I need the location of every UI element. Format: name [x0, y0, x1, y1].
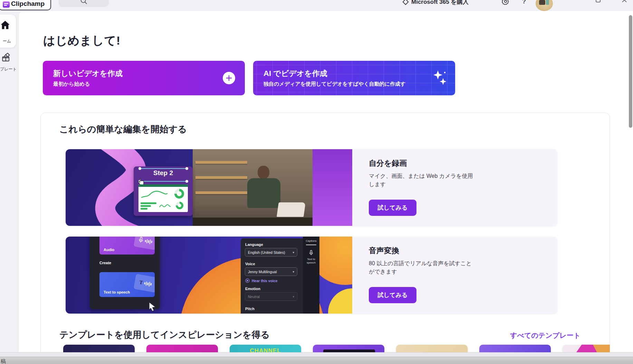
- mic-waveform-icon: [134, 237, 155, 250]
- audio-tile: Audio: [99, 237, 155, 255]
- templates-heading: テンプレートを使用してインスピレーションを得る: [59, 329, 270, 341]
- status-bar: 稿: [0, 357, 633, 364]
- quick-edits-heading: これらの簡単な編集を開始する: [59, 123, 187, 135]
- search-icon: [80, 0, 88, 6]
- create-new-video-card[interactable]: 新しいビデオを作成 最初から始める: [43, 61, 245, 95]
- dashboard-thumbnail: [138, 184, 188, 212]
- user-avatar[interactable]: [536, 0, 553, 11]
- language-label: Language: [245, 242, 263, 247]
- template-thumbnail[interactable]: [63, 345, 135, 352]
- template-thumbnail[interactable]: [313, 345, 384, 352]
- app-tab-label: Clipchamp: [11, 0, 45, 8]
- help-icon[interactable]: ?: [522, 0, 526, 5]
- language-dropdown[interactable]: English (United States)▾: [245, 248, 297, 257]
- close-window-icon[interactable]: [622, 0, 627, 4]
- maximize-window-icon[interactable]: [595, 0, 601, 4]
- buy-microsoft365-button[interactable]: Microsoft 365 を購入: [403, 0, 469, 6]
- voice-try-button[interactable]: 試してみる: [369, 287, 416, 303]
- create-new-video-title: 新しいビデオを作成: [53, 68, 123, 79]
- voice-settings-panel: Language English (United States)▾ Voice …: [241, 238, 303, 314]
- search-button[interactable]: [59, 0, 109, 7]
- quick-edit-card-voice[interactable]: Audio Create Text to speech T: [66, 237, 557, 314]
- plus-icon: [223, 72, 235, 84]
- captions-tab[interactable]: Captions: [303, 239, 319, 242]
- mouse-cursor-icon: [148, 301, 157, 313]
- sidebar-item-templates[interactable]: プレート: [0, 52, 19, 72]
- sidebar-templates-label: プレート: [0, 67, 17, 71]
- app-tab-clipchamp[interactable]: Clipchamp: [0, 0, 51, 10]
- create-ai-video-subtitle: 独自のメディアを使用してビデオをすばやく自動的に作成す: [263, 81, 426, 87]
- laptop-shape: [277, 202, 306, 217]
- hear-this-voice-link[interactable]: Hear this voice: [245, 278, 278, 283]
- step-tablet-overlay: Step 2: [134, 166, 193, 216]
- audio-tools-panel: Audio Create Text to speech T: [90, 237, 160, 309]
- voice-title: 音声変換: [369, 246, 399, 256]
- sidebar: ーム プレート: [0, 11, 19, 364]
- settings-gear-icon[interactable]: [501, 0, 510, 7]
- text-to-speech-tab-label[interactable]: Text to speech: [303, 258, 319, 265]
- create-ai-video-card[interactable]: AI でビデオを作成 独自のメディアを使用してビデオをすばやく自動的に作成す: [253, 61, 455, 95]
- thumbnail-screen-shape: [323, 349, 375, 352]
- vertical-scrollbar-thumb[interactable]: [629, 15, 632, 128]
- voice-label: Voice: [245, 262, 255, 266]
- text-waveform-icon: T: [134, 274, 155, 293]
- thumbnail-text: CHANNEL: [230, 347, 301, 352]
- purple-gradient-edge: [313, 149, 352, 226]
- emotion-dropdown[interactable]: Neutral▾: [245, 292, 297, 301]
- emotion-label: Emotion: [245, 287, 260, 291]
- clipchamp-logo-icon: [3, 1, 10, 8]
- text-to-speech-tile: Text to speech T: [99, 272, 155, 297]
- record-description: マイク、画面、または Web カメラを使用します: [369, 172, 476, 189]
- page-title: はじめまして!: [43, 33, 121, 49]
- record-preview-image: Step 2: [66, 149, 352, 226]
- microsoft365-diamond-icon: [402, 0, 409, 5]
- create-new-video-subtitle: 最初から始める: [53, 81, 215, 87]
- pitch-label: Pitch: [245, 307, 255, 311]
- sidebar-home-label: ーム: [0, 38, 16, 44]
- template-thumbnail[interactable]: [479, 345, 551, 352]
- step-label: Step 2: [134, 169, 193, 177]
- templates-icon: [1, 52, 19, 64]
- record-title: 自分を録画: [369, 158, 407, 169]
- template-thumbnail[interactable]: [396, 345, 468, 352]
- main-content: はじめまして! 新しいビデオを作成 最初から始める AI でビデオを作成 独自の…: [19, 11, 633, 352]
- record-try-button[interactable]: 試してみる: [369, 200, 416, 216]
- voice-preview-image: Audio Create Text to speech T: [66, 237, 352, 314]
- bottom-strip: [0, 352, 633, 357]
- quick-edits-section-card: [40, 113, 610, 352]
- template-thumbnail[interactable]: CHANNEL: [230, 345, 301, 352]
- quick-edit-card-record[interactable]: Step 2: [66, 149, 557, 226]
- create-label: Create: [99, 261, 111, 265]
- editor-side-rail: Captions Text to speech: [303, 237, 319, 314]
- template-thumbnail-row: CHANNEL: [63, 345, 610, 352]
- template-thumbnail[interactable]: [563, 345, 610, 352]
- all-templates-link[interactable]: すべてのテンプレート: [510, 331, 581, 340]
- voice-dropdown[interactable]: Jenny Multilingual▾: [245, 267, 297, 276]
- home-icon: [0, 19, 11, 32]
- titlebar: Clipchamp Microsoft 365 を購入 ?: [0, 0, 633, 11]
- create-ai-video-title: AI でビデオを作成: [263, 68, 327, 79]
- sidebar-item-home[interactable]: ーム: [0, 15, 16, 48]
- text-to-speech-tab-icon[interactable]: [303, 250, 319, 256]
- status-bar-text: 稿: [1, 358, 6, 364]
- ai-sparkles-icon: [432, 70, 448, 88]
- template-thumbnail[interactable]: [146, 345, 218, 352]
- yellow-blob: [328, 288, 352, 314]
- presenter-photo: [193, 149, 313, 226]
- voice-description: 80 以上の言語でリアルな音声を試すことができます: [369, 259, 476, 276]
- buy-microsoft365-label: Microsoft 365 を購入: [411, 0, 469, 6]
